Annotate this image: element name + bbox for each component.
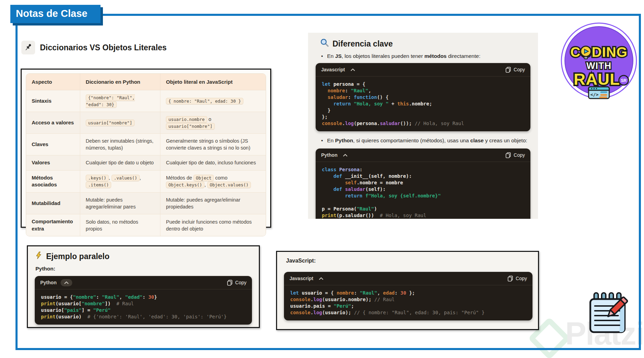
code-block-header: Javascript Copy bbox=[284, 272, 532, 285]
code-line: def __init__(self, nombre): bbox=[322, 173, 524, 180]
copy-label: Copy bbox=[514, 67, 525, 72]
copy-label: Copy bbox=[514, 152, 525, 158]
code-line: usuario["pais"] = "Perú" bbox=[41, 307, 246, 314]
page-title: Diccionarios VS Objetos Literales bbox=[40, 43, 167, 52]
bullet-item: • En JS, los objetos literales pueden te… bbox=[321, 53, 528, 60]
column-header: Diccionario en Python bbox=[80, 74, 160, 90]
channel-logo: CODING WITH RAUL SR </> bbox=[560, 22, 637, 101]
python-label: Python: bbox=[35, 266, 55, 272]
code-line: return "Hola, soy " + this.nombre; bbox=[322, 101, 524, 107]
javascript-label: JavaScript: bbox=[286, 258, 316, 264]
cell-javascript: { nombre: "Raul", edad: 30 } bbox=[160, 90, 266, 112]
code-language-label: Python bbox=[40, 280, 56, 285]
column-header: Aspecto bbox=[26, 74, 80, 90]
inline-code-chip: Object.values() bbox=[207, 182, 251, 188]
cell-javascript: Puede incluir funciones como métodos den… bbox=[160, 214, 266, 236]
code-line: } bbox=[322, 107, 524, 114]
code-line: console.log(usuario.nombre); // Raul bbox=[290, 296, 526, 303]
cell-javascript: Métodos de Object como Object.keys(), Ob… bbox=[160, 170, 266, 192]
copy-button[interactable]: Copy bbox=[506, 152, 525, 158]
code-body: let persona = { nombre: "Raul", saludar:… bbox=[316, 76, 530, 131]
table-row: Comportamiento extraSolo datos, no métod… bbox=[26, 214, 266, 236]
chevron-up-icon[interactable] bbox=[319, 277, 324, 280]
code-line: let usuario = { nombre: "Raul", edad: 30… bbox=[290, 290, 526, 296]
logo-text-with: WITH bbox=[587, 61, 612, 71]
cell-python: Deben ser inmutables (strings, números, … bbox=[80, 134, 160, 155]
code-window-icon: </> bbox=[589, 87, 609, 99]
section-title: Ejemplo paralelo bbox=[35, 251, 109, 262]
code-block-header: Python Copy bbox=[35, 276, 252, 289]
copy-label: Copy bbox=[235, 280, 246, 285]
section-title: Diferencia clave bbox=[320, 38, 393, 50]
table-row: Acceso a valoresusuario["nombre"]usuario… bbox=[26, 112, 266, 134]
bullet-text: En JS, los objetos literales pueden tene… bbox=[327, 53, 480, 60]
code-block-javascript-2: Javascript Copy let usuario = { nombre: … bbox=[284, 272, 532, 320]
code-block-javascript-1: Javascript Copy let persona = { nombre: … bbox=[316, 63, 530, 131]
code-line: nombre: "Raul", bbox=[322, 88, 524, 94]
inline-code-chip: .keys() bbox=[86, 175, 109, 181]
row-label: Mutabilidad bbox=[26, 193, 80, 214]
row-label: Métodos asociados bbox=[26, 170, 80, 192]
code-line: return f"Hola, soy {self.nombre}" bbox=[322, 193, 524, 199]
chevron-up-icon[interactable] bbox=[343, 154, 348, 157]
copy-button[interactable]: Copy bbox=[227, 280, 246, 286]
row-label: Valores bbox=[26, 155, 80, 171]
cell-javascript: Cualquier tipo de dato, incluso funcione… bbox=[160, 155, 266, 171]
chevron-up-icon[interactable] bbox=[350, 68, 355, 71]
cell-python: Mutable: puedes agregar/eliminar pares bbox=[80, 193, 160, 214]
code-line: console.log(usuario); // { nombre: "Raul… bbox=[290, 309, 526, 316]
copy-icon bbox=[227, 280, 232, 286]
inline-code-chip: Object bbox=[193, 175, 214, 181]
chevron-up-icon[interactable] bbox=[61, 279, 72, 286]
inline-code-chip: { nombre: "Raul", edad: 30 } bbox=[166, 98, 243, 104]
cell-javascript: Mutable: puedes agregar/eliminar propied… bbox=[160, 193, 266, 214]
code-line: p = Persona("Raul") bbox=[322, 206, 524, 212]
svg-text:</>: </> bbox=[590, 92, 599, 97]
svg-text:SR: SR bbox=[621, 78, 627, 83]
code-line: saludar: function() { bbox=[322, 94, 524, 101]
code-block-header: Python Copy bbox=[316, 149, 530, 162]
copy-icon bbox=[508, 276, 513, 282]
inline-code-chip: Object.keys() bbox=[166, 182, 204, 188]
code-line bbox=[322, 199, 524, 206]
code-line: usuario = {"nombre": "Raul", "edad": 30} bbox=[41, 294, 246, 300]
cell-python: usuario["nombre"] bbox=[80, 112, 160, 134]
notepad-icon bbox=[589, 292, 628, 336]
logo-text-coding: CODING bbox=[570, 44, 627, 60]
table-row: Métodos asociados.keys(), .values(), .it… bbox=[26, 170, 266, 192]
inline-code-chip: usuario["nombre"] bbox=[86, 120, 135, 126]
code-line: usuario.pais = "Perú"; bbox=[290, 303, 526, 309]
table-row: Sintaxis{"nombre": "Raul", "edad": 30}{ … bbox=[26, 90, 266, 112]
code-block-python-2: Python Copy usuario = {"nombre": "Raul",… bbox=[35, 276, 252, 325]
key-difference-section: Diferencia clave • En JS, los objetos li… bbox=[308, 33, 538, 219]
code-line: print(p.saludar()) # Hola, soy Raul bbox=[322, 212, 524, 219]
pushpin-icon bbox=[21, 41, 35, 54]
code-block-header: Javascript Copy bbox=[316, 63, 530, 76]
table-row: ClavesDeben ser inmutables (strings, núm… bbox=[26, 134, 266, 155]
code-body: usuario = {"nombre": "Raul", "edad": 30}… bbox=[35, 289, 252, 325]
table-row: ValoresCualquier tipo de dato u objetoCu… bbox=[26, 155, 266, 171]
cell-python: Cualquier tipo de dato u objeto bbox=[80, 155, 160, 171]
code-block-python-1: Python Copy class Persona: def __init__(… bbox=[316, 149, 530, 219]
cell-python: Solo datos, no métodos propios bbox=[80, 214, 160, 236]
javascript-example-section: JavaScript: Javascript Copy let usuario … bbox=[276, 251, 539, 330]
copy-button[interactable]: Copy bbox=[508, 276, 527, 282]
code-language-label: Javascript bbox=[289, 276, 313, 281]
section-title-text: Ejemplo paralelo bbox=[46, 252, 109, 261]
code-line: class Persona: bbox=[322, 166, 524, 173]
inline-code-chip: usuario.nombre bbox=[166, 116, 207, 123]
parallel-example-section: Ejemplo paralelo Python: Python Copy usu… bbox=[27, 245, 260, 328]
row-label: Comportamiento extra bbox=[26, 214, 80, 236]
inline-code-chip: .items() bbox=[86, 182, 111, 188]
cell-javascript: usuario.nombre o​usuario["nombre"] bbox=[160, 112, 266, 134]
copy-label: Copy bbox=[516, 276, 527, 281]
cell-python: .keys(), .values(), .items() bbox=[80, 170, 160, 192]
code-line: def saludar(self): bbox=[322, 186, 524, 193]
magnifier-icon bbox=[320, 38, 329, 50]
inline-code-chip: {"nombre": "Raul", "edad": 30} bbox=[86, 94, 135, 108]
copy-button[interactable]: Copy bbox=[506, 67, 525, 73]
row-label: Sintaxis bbox=[26, 90, 80, 112]
table-header-row: Aspecto Diccionario en Python Objeto lit… bbox=[26, 74, 266, 90]
code-line: }; bbox=[322, 114, 524, 120]
column-header: Objeto literal en JavaScript bbox=[160, 74, 266, 90]
